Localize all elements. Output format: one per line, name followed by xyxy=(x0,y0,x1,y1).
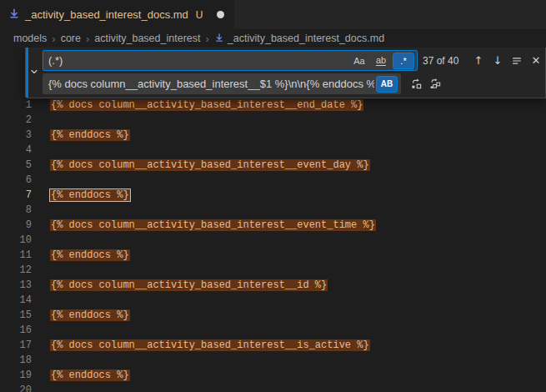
tab-activity-docs[interactable]: _activity_based_interest_docs.md U xyxy=(0,0,235,29)
chevron-right-icon: › xyxy=(86,33,89,45)
match-case-button[interactable]: Aa xyxy=(349,53,369,68)
code-line[interactable]: 15{% enddocs %} xyxy=(0,308,546,323)
replace-all-icon xyxy=(429,78,442,90)
close-icon: ✕ xyxy=(532,54,541,67)
line-number: 16 xyxy=(0,323,32,338)
breadcrumb-file-label: _activity_based_interest_docs.md xyxy=(228,33,384,44)
code-text: {% enddocs %} xyxy=(50,368,130,383)
replace-icon xyxy=(410,78,423,90)
code-line[interactable]: 4 xyxy=(0,143,546,158)
code-text: {% enddocs %} xyxy=(50,248,130,263)
close-find-button[interactable]: ✕ xyxy=(528,53,544,69)
code-line[interactable]: 19{% enddocs %} xyxy=(0,368,546,383)
code-text: {% enddocs %} xyxy=(50,128,130,143)
breadcrumb-item-file[interactable]: _activity_based_interest_docs.md xyxy=(214,33,384,45)
code-line[interactable]: 13{% docs column__activity_based_interes… xyxy=(0,278,546,293)
code-line[interactable]: 7{% enddocs %} xyxy=(0,188,546,203)
code-text: {% docs column__activity_based_interest_… xyxy=(50,338,370,353)
selection-lines-icon xyxy=(511,55,523,67)
line-number: 4 xyxy=(0,143,32,158)
line-number: 10 xyxy=(0,233,32,248)
find-replace-widget: (.*) Aa ab .* 37 of 40 ↑ ↓ ✕ {% docs xyxy=(25,48,546,98)
modified-indicator[interactable] xyxy=(217,11,224,18)
git-status-badge: U xyxy=(196,9,203,21)
whole-word-button[interactable]: ab xyxy=(371,53,391,68)
line-number: 12 xyxy=(0,263,32,278)
chevron-right-icon: › xyxy=(52,33,55,45)
code-line[interactable]: 10 xyxy=(0,233,546,248)
code-line[interactable]: 2 xyxy=(0,113,546,128)
code-line[interactable]: 9{% docs column__activity_based_interest… xyxy=(0,218,546,233)
line-number: 9 xyxy=(0,218,32,233)
code-text: {% enddocs %} xyxy=(50,188,130,203)
next-match-button[interactable]: ↓ xyxy=(489,53,506,69)
chevron-right-icon: › xyxy=(205,33,208,45)
line-number: 1 xyxy=(0,98,32,113)
code-text: {% docs column__activity_based_interest_… xyxy=(50,218,376,233)
line-number: 5 xyxy=(0,158,32,173)
replace-button[interactable] xyxy=(408,76,424,93)
find-in-selection-button[interactable] xyxy=(508,53,525,69)
line-number: 18 xyxy=(0,353,32,368)
code-line[interactable]: 16 xyxy=(0,323,546,338)
code-line[interactable]: 18 xyxy=(0,353,546,368)
line-number: 15 xyxy=(0,308,32,323)
breadcrumb-item-models[interactable]: models xyxy=(13,33,47,44)
code-line[interactable]: 8 xyxy=(0,203,546,218)
replace-all-button[interactable] xyxy=(427,76,443,93)
line-number: 2 xyxy=(0,113,32,128)
code-text: {% docs column__activity_based_interest_… xyxy=(50,278,328,293)
arrow-down-icon: ↓ xyxy=(493,54,503,67)
code-lines: 1{% docs column__activity_based_interest… xyxy=(0,48,546,392)
line-number: 8 xyxy=(0,203,32,218)
line-number: 20 xyxy=(0,383,32,392)
code-line[interactable]: 12 xyxy=(0,263,546,278)
code-editor[interactable]: (.*) Aa ab .* 37 of 40 ↑ ↓ ✕ {% docs xyxy=(0,48,546,392)
line-number: 17 xyxy=(0,338,32,353)
find-input[interactable]: (.*) Aa ab .* xyxy=(43,50,418,71)
results-count: 37 of 40 xyxy=(423,55,463,67)
preserve-case-button[interactable]: AB xyxy=(376,76,398,93)
breadcrumb-item-core[interactable]: core xyxy=(61,33,81,44)
code-line[interactable]: 20 xyxy=(0,383,546,392)
replace-input[interactable]: {% docs column__activity_based_interest_… xyxy=(43,73,401,94)
code-line[interactable]: 17{% docs column__activity_based_interes… xyxy=(0,338,546,353)
code-text: {% docs column__activity_based_interest_… xyxy=(50,98,363,113)
toggle-replace-button[interactable] xyxy=(26,50,43,94)
previous-match-button[interactable]: ↑ xyxy=(470,53,487,69)
line-number: 3 xyxy=(0,128,32,143)
line-number: 14 xyxy=(0,293,32,308)
code-line[interactable]: 6 xyxy=(0,173,546,188)
breadcrumb: models › core › activity_based_interest … xyxy=(0,29,546,48)
code-line[interactable]: 3{% enddocs %} xyxy=(0,128,546,143)
line-number: 19 xyxy=(0,368,32,383)
code-line[interactable]: 14 xyxy=(0,293,546,308)
markdown-file-icon xyxy=(8,8,20,23)
code-line[interactable]: 11{% enddocs %} xyxy=(0,248,546,263)
line-number: 6 xyxy=(0,173,32,188)
find-widget-sash[interactable] xyxy=(26,48,28,98)
line-number: 13 xyxy=(0,278,32,293)
breadcrumb-item-activity-based-interest[interactable]: activity_based_interest xyxy=(94,33,200,44)
code-line[interactable]: 1{% docs column__activity_based_interest… xyxy=(0,98,546,113)
chevron-down-icon xyxy=(29,65,39,80)
replace-input-value: {% docs column__activity_based_interest_… xyxy=(48,78,374,90)
regex-button[interactable]: .* xyxy=(393,53,414,69)
tab-filename: _activity_based_interest_docs.md xyxy=(25,8,188,21)
arrow-up-icon: ↑ xyxy=(474,54,483,67)
find-input-value: (.*) xyxy=(48,54,348,67)
line-number: 11 xyxy=(0,248,32,263)
tab-bar: _activity_based_interest_docs.md U xyxy=(0,0,546,29)
markdown-file-icon xyxy=(214,33,224,45)
code-line[interactable]: 5{% docs column__activity_based_interest… xyxy=(0,158,546,173)
line-number: 7 xyxy=(0,188,32,203)
code-text: {% enddocs %} xyxy=(50,308,130,323)
code-text: {% docs column__activity_based_interest_… xyxy=(50,158,370,173)
